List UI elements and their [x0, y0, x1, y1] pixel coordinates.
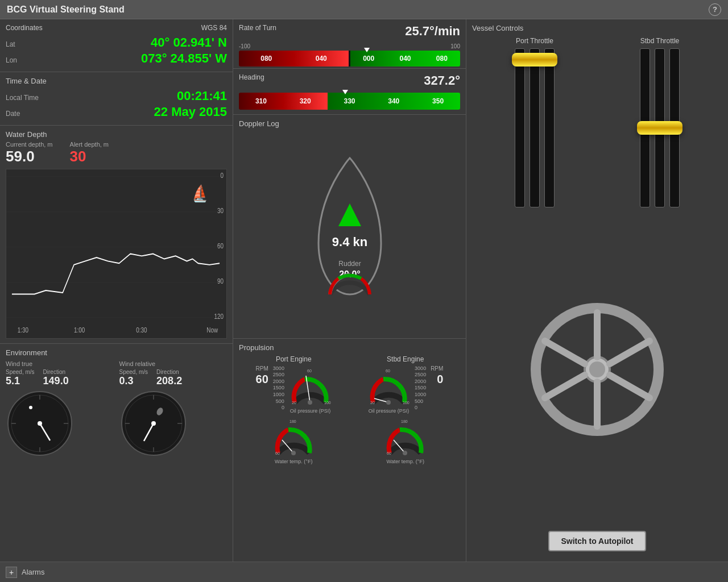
depth-chart-svg: 0 30 60 90 120 ⛵ 1:30 — [6, 169, 226, 338]
time-header: Time & Date — [6, 77, 227, 85]
rot-scale-min: -100 — [239, 43, 250, 49]
port-throttle-label: Port Throttle — [516, 37, 553, 45]
heading-value: 327.2° — [424, 73, 460, 88]
stbd-engine-section: Stbd Engine 20 60 100 — [351, 355, 461, 464]
wind-relative-title: Wind relative — [119, 360, 228, 367]
heading-bar-wrapper: 310320 330340350 — [239, 93, 460, 110]
wind-true-dir-group: Direction 149.0 — [43, 369, 69, 387]
current-depth-label: Current depth, m — [6, 141, 53, 148]
stbd-throttle-container[interactable] — [634, 48, 685, 207]
stbd-throttle-section: Stbd Throttle — [634, 37, 685, 207]
rot-scale-max: 100 — [450, 43, 460, 49]
wind-true-values: Speed, m/s 5.1 Direction 149.0 — [6, 369, 114, 387]
vessel-controls-panel: Vessel Controls Port Throttle — [466, 19, 728, 562]
coords-title: Coordinates — [6, 24, 43, 32]
rot-bar-container: -100 100 080040 000040080 — [239, 43, 460, 64]
wind-relative-speed-label: Speed, m/s — [119, 369, 148, 375]
svg-point-45 — [291, 451, 296, 455]
alarms-expand-button[interactable]: + — [6, 567, 17, 578]
wind-true-dir-label: Direction — [43, 369, 69, 375]
depth-chart: 0 30 60 90 120 ⛵ 1:30 — [6, 169, 227, 339]
propulsion-panel: Propulsion Port Engine RPM 60 3000250020… — [233, 339, 466, 562]
time-date-panel: Time & Date Local Time 00:21:41 Date 22 … — [0, 72, 233, 126]
current-depth-value: 59.0 — [6, 148, 53, 165]
heading-title: Heading — [239, 73, 264, 88]
wind-relative-speed-value: 0.3 — [119, 375, 148, 387]
rot-value: 25.7°/min — [405, 24, 460, 39]
local-time-value: 00:21:41 — [177, 89, 227, 103]
svg-text:100: 100 — [403, 401, 410, 405]
stbd-throttle-handle[interactable] — [637, 121, 682, 135]
alarms-bar: + Alarms — [0, 562, 728, 582]
rot-bar: 080040 000040080 — [239, 51, 460, 66]
port-oil-label: Oil pressure (PSI) — [290, 408, 331, 414]
svg-text:0:30: 0:30 — [136, 326, 147, 333]
right-column: Vessel Controls Port Throttle — [466, 19, 728, 562]
svg-text:⛵: ⛵ — [192, 184, 208, 203]
stbd-throttle-label: Stbd Throttle — [640, 37, 679, 45]
wind-true-speed-value: 5.1 — [6, 375, 35, 387]
svg-text:1:30: 1:30 — [18, 326, 28, 333]
svg-text:20: 20 — [370, 401, 375, 405]
svg-text:9.4 kn: 9.4 kn — [332, 235, 367, 249]
stbd-engine-title: Stbd Engine — [387, 355, 424, 363]
svg-text:20: 20 — [292, 401, 296, 405]
svg-point-50 — [386, 400, 391, 405]
svg-point-22 — [38, 421, 42, 426]
stbd-rpm-value: 0 — [437, 373, 443, 386]
date-value: 22 May 2015 — [154, 105, 227, 119]
svg-text:60: 60 — [386, 369, 390, 373]
port-throttle-section: Port Throttle — [509, 37, 560, 207]
rate-of-turn-panel: Rate of Turn 25.7°/min -100 100 080040 — [233, 19, 466, 69]
alert-depth-item: Alert depth, m 30 — [70, 141, 109, 165]
help-button[interactable]: ? — [709, 3, 721, 16]
heading-header: Heading 327.2° — [239, 73, 460, 88]
port-water-temp-label: Water temp. (°F) — [275, 459, 312, 464]
depth-top: Current depth, m 59.0 Alert depth, m 30 — [6, 141, 227, 165]
doppler-log-panel: Doppler Log 9.4 kn Rudder 20.0° — [233, 115, 466, 339]
doppler-teardrop-container: 9.4 kn Rudder 20.0° — [276, 130, 424, 334]
vessel-controls-title: Vessel Controls — [472, 24, 722, 32]
doppler-svg: 9.4 kn Rudder 20.0° — [276, 147, 424, 317]
wind-true-section: Wind true Speed, m/s 5.1 Direction 149.0 — [6, 360, 114, 460]
svg-point-54 — [403, 451, 407, 455]
lon-label: Lon — [6, 56, 17, 64]
port-throttle-handle[interactable] — [512, 53, 557, 66]
coords-header: Coordinates WGS 84 — [6, 24, 227, 32]
svg-marker-33 — [338, 203, 361, 226]
rot-header: Rate of Turn 25.7°/min — [239, 24, 460, 39]
lat-row: Lat 40° 02.941' N — [6, 35, 227, 50]
wind-relative-section: Wind relative Speed, m/s 0.3 Direction 2… — [119, 360, 228, 460]
main-layout: Coordinates WGS 84 Lat 40° 02.941' N Lon… — [0, 19, 728, 562]
svg-line-61 — [545, 375, 585, 398]
svg-text:90: 90 — [217, 277, 224, 285]
environment-panel: Environment Wind true Speed, m/s 5.1 Dir… — [0, 344, 233, 562]
svg-point-31 — [151, 421, 156, 426]
svg-text:0: 0 — [221, 172, 224, 179]
title-bar: BCG Virtual Steering Stand ? — [0, 0, 728, 19]
svg-line-63 — [545, 341, 585, 364]
autopilot-button[interactable]: Switch to Autopilot — [548, 531, 646, 551]
wind-relative-dir-label: Direction — [156, 369, 182, 375]
svg-text:Rudder: Rudder — [338, 260, 361, 268]
compass-wind-true — [6, 389, 74, 458]
svg-text:100: 100 — [324, 401, 331, 405]
wind-relative-dir-group: Direction 208.2 — [156, 369, 182, 387]
alarms-title: Alarms — [22, 568, 44, 576]
env-header: Environment — [6, 348, 227, 357]
port-water-temp-gauge: 60 180 — [272, 416, 315, 459]
port-throttle-container[interactable] — [509, 48, 560, 207]
steering-wheel-svg — [529, 301, 665, 438]
app-title: BCG Virtual Steering Stand — [7, 5, 125, 15]
svg-point-57 — [589, 361, 605, 377]
heading-bar: 310320 330340350 — [239, 93, 460, 110]
svg-line-60 — [610, 341, 650, 364]
date-row: Date 22 May 2015 — [6, 105, 227, 119]
local-time-row: Local Time 00:21:41 — [6, 89, 227, 103]
stbd-rpm-label: RPM — [431, 365, 443, 372]
lon-row: Lon 073° 24.855' W — [6, 51, 227, 66]
rot-title: Rate of Turn — [239, 24, 276, 39]
propulsion-header: Propulsion — [239, 343, 460, 352]
svg-point-23 — [29, 406, 32, 409]
port-oil-pressure-gauge: 20 60 100 — [289, 365, 332, 408]
